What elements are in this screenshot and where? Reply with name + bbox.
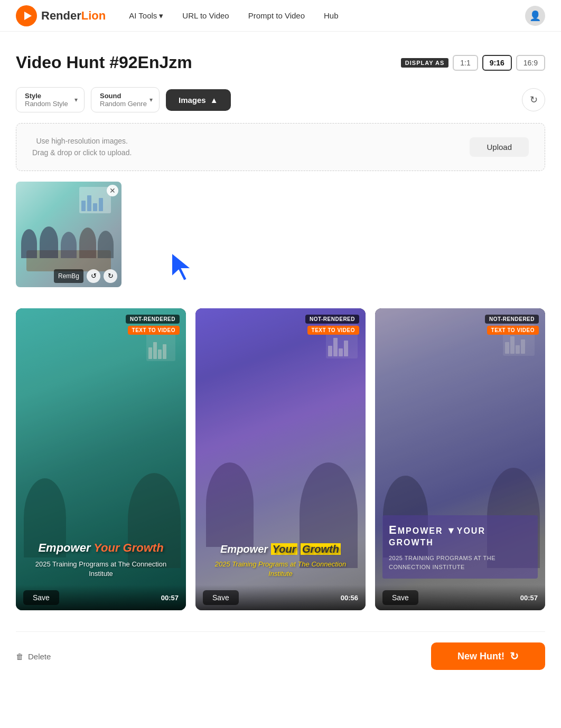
video-card-3: NOT-RENDERED TEXT TO VIDEO EMPOWER ▼YOUR…: [375, 308, 545, 610]
trash-icon: 🗑: [16, 652, 24, 661]
page-title: Video Hunt #92EnJzm: [16, 53, 192, 72]
refresh-button[interactable]: ↻: [522, 88, 545, 111]
rotate-ccw-icon: ↺: [91, 272, 97, 280]
video-card-1: NOT-RENDERED TEXT TO VIDEO Empower Your …: [16, 308, 186, 610]
delete-button[interactable]: 🗑 Delete: [16, 652, 51, 661]
cursor-arrow: [169, 250, 195, 284]
save-button-3[interactable]: Save: [382, 590, 418, 605]
card-2-footer: Save 00:56: [195, 585, 366, 610]
logo-icon: [16, 5, 37, 26]
duration-badge-3: 00:57: [520, 594, 538, 602]
card-3-subtitle: 2025 TRAINING PROGRAMS AT THE CONNECTION…: [389, 554, 531, 571]
new-hunt-button[interactable]: New Hunt! ↻: [431, 642, 545, 670]
close-preview-button[interactable]: ✕: [107, 185, 118, 196]
logo-text: RenderLion: [41, 9, 106, 23]
duration-badge-1: 00:57: [161, 594, 179, 602]
duration-badge-2: 00:56: [341, 594, 358, 602]
image-preview: ✕ RemBg ↺ ↻: [16, 182, 121, 287]
card-1-subtitle: 2025 Training Programs at The Connection…: [26, 560, 175, 579]
rotate-cw-icon: ↻: [108, 272, 114, 280]
card-3-badges: NOT-RENDERED TEXT TO VIDEO: [485, 315, 539, 335]
nav-hub[interactable]: Hub: [316, 8, 346, 23]
card-3-title: EMPOWER ▼YOURGROWTH: [389, 523, 531, 549]
dropdown-arrow-icon: ▾: [159, 11, 163, 21]
text-to-video-badge-1: TEXT TO VIDEO: [128, 326, 180, 335]
user-avatar-button[interactable]: 👤: [525, 6, 545, 26]
card-2-badges: NOT-RENDERED TEXT TO VIDEO: [305, 315, 359, 335]
video-grid: NOT-RENDERED TEXT TO VIDEO Empower Your …: [16, 308, 545, 610]
page-header: Video Hunt #92EnJzm DISPLAY AS 1:1 9:16 …: [16, 53, 545, 72]
style-dropdown-arrow-icon: ▾: [74, 96, 78, 103]
navbar: RenderLion AI Tools ▾ URL to Video Promp…: [0, 0, 561, 32]
text-to-video-badge-2: TEXT TO VIDEO: [307, 326, 359, 335]
nav-links: AI Tools ▾ URL to Video Prompt to Video …: [121, 8, 509, 24]
card-3-footer: Save 00:57: [375, 585, 545, 610]
image-preview-container: ✕ RemBg ↺ ↻: [16, 182, 121, 287]
nav-right: 👤: [525, 6, 545, 26]
card-2-subtitle: 2025 Training Programs at The Connection…: [206, 560, 355, 579]
save-button-1[interactable]: Save: [23, 590, 59, 605]
sound-dropdown-arrow-icon: ▾: [149, 96, 153, 103]
rembg-button[interactable]: RemBg: [54, 269, 83, 283]
nav-prompt-to-video[interactable]: Prompt to Video: [241, 8, 312, 23]
new-hunt-refresh-icon: ↻: [510, 650, 519, 663]
card-1-text: Empower Your Growth 2025 Training Progra…: [26, 541, 175, 579]
rotate-cw-button[interactable]: ↻: [104, 269, 117, 283]
card-1-badges: NOT-RENDERED TEXT TO VIDEO: [126, 315, 180, 335]
nav-url-to-video[interactable]: URL to Video: [175, 8, 236, 23]
nav-ai-tools[interactable]: AI Tools ▾: [121, 8, 171, 24]
upload-button[interactable]: Upload: [470, 137, 529, 157]
text-to-video-badge-3: TEXT TO VIDEO: [487, 326, 539, 335]
sound-dropdown[interactable]: Sound Random Genre ▾: [91, 87, 160, 112]
rotate-ccw-button[interactable]: ↺: [87, 269, 100, 283]
images-chevron-icon: ▲: [210, 96, 218, 105]
not-rendered-badge-3: NOT-RENDERED: [485, 315, 539, 324]
logo[interactable]: RenderLion: [16, 5, 106, 26]
refresh-icon: ↻: [530, 94, 538, 106]
card-1-footer: Save 00:57: [16, 585, 186, 610]
svg-marker-2: [172, 253, 191, 281]
save-button-2[interactable]: Save: [203, 590, 239, 605]
ratio-16-9-button[interactable]: 16:9: [516, 55, 545, 71]
images-button[interactable]: Images ▲: [166, 89, 231, 111]
card-2-text: Empower Your Growth 2025 Training Progra…: [206, 543, 355, 579]
image-actions: RemBg ↺ ↻: [54, 269, 117, 283]
card-3-text-box: EMPOWER ▼YOURGROWTH 2025 TRAINING PROGRA…: [382, 515, 538, 579]
not-rendered-badge-2: NOT-RENDERED: [305, 315, 359, 324]
ratio-9-16-button[interactable]: 9:16: [482, 55, 512, 71]
card-2-title: Empower Your Growth: [206, 543, 355, 555]
footer-actions: 🗑 Delete New Hunt! ↻: [16, 631, 545, 680]
card-1-title: Empower Your Growth: [26, 541, 175, 555]
not-rendered-badge-1: NOT-RENDERED: [126, 315, 180, 324]
upload-hint: Use high-resolution images. Drag & drop …: [32, 135, 132, 159]
toolbar: Style Random Style ▾ Sound Random Genre …: [16, 87, 545, 112]
display-as-label: DISPLAY AS: [401, 58, 448, 68]
user-icon: 👤: [529, 10, 541, 22]
display-as-group: DISPLAY AS 1:1 9:16 16:9: [401, 55, 545, 71]
upload-area[interactable]: Use high-resolution images. Drag & drop …: [16, 123, 545, 171]
main-content: Video Hunt #92EnJzm DISPLAY AS 1:1 9:16 …: [0, 32, 561, 702]
style-dropdown[interactable]: Style Random Style ▾: [16, 87, 85, 112]
ratio-1-1-button[interactable]: 1:1: [453, 55, 478, 71]
video-card-2: NOT-RENDERED TEXT TO VIDEO Empower Your …: [195, 308, 366, 610]
